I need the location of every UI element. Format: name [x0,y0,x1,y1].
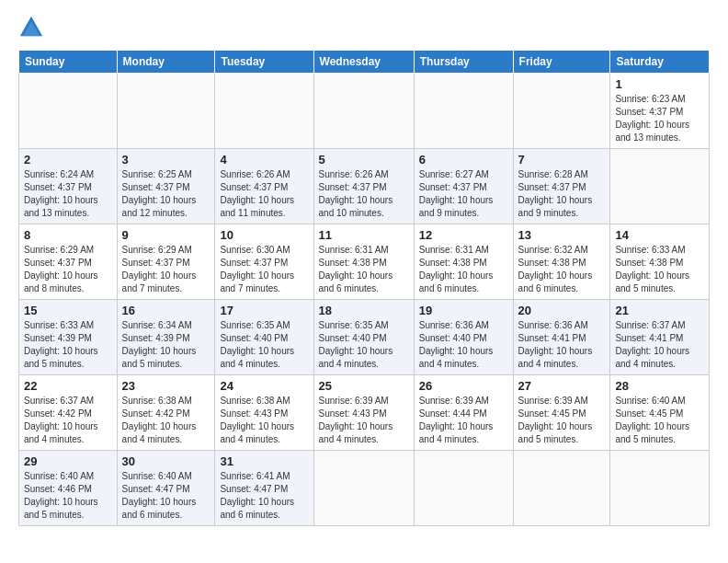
day-number: 6 [419,153,508,167]
calendar-cell [313,451,414,526]
calendar-cell [610,451,710,526]
day-number: 23 [122,379,210,393]
calendar-week-row: 29 Sunrise: 6:40 AMSunset: 4:46 PMDaylig… [19,451,710,526]
day-number: 18 [319,304,409,317]
day-number: 8 [24,228,112,242]
calendar-cell [513,451,610,526]
day-info: Sunrise: 6:33 AMSunset: 4:39 PMDaylight:… [24,320,98,369]
calendar-cell [513,74,610,149]
calendar-cell: 5 Sunrise: 6:26 AMSunset: 4:37 PMDayligh… [313,149,414,224]
calendar-cell: 31 Sunrise: 6:41 AMSunset: 4:47 PMDaylig… [215,451,313,526]
day-info: Sunrise: 6:39 AMSunset: 4:43 PMDaylight:… [319,396,393,444]
calendar-table: Sunday Monday Tuesday Wednesday Thursday… [18,50,710,526]
day-info: Sunrise: 6:29 AMSunset: 4:37 PMDaylight:… [122,245,197,293]
calendar-cell: 11 Sunrise: 6:31 AMSunset: 4:38 PMDaylig… [313,224,414,300]
day-info: Sunrise: 6:26 AMSunset: 4:37 PMDaylight:… [319,169,393,218]
calendar-cell: 24 Sunrise: 6:38 AMSunset: 4:43 PMDaylig… [215,375,313,451]
calendar-cell: 9 Sunrise: 6:29 AMSunset: 4:37 PMDayligh… [117,224,215,300]
day-info: Sunrise: 6:23 AMSunset: 4:37 PMDaylight:… [615,94,689,143]
day-info: Sunrise: 6:36 AMSunset: 4:41 PMDaylight:… [518,320,593,369]
day-info: Sunrise: 6:34 AMSunset: 4:39 PMDaylight:… [122,320,197,369]
day-number: 28 [615,379,704,393]
calendar-cell: 27 Sunrise: 6:39 AMSunset: 4:45 PMDaylig… [513,375,610,451]
calendar-cell [19,74,118,149]
day-info: Sunrise: 6:24 AMSunset: 4:37 PMDaylight:… [24,169,98,218]
day-number: 30 [122,454,210,468]
day-info: Sunrise: 6:28 AMSunset: 4:37 PMDaylight:… [518,169,593,218]
day-number: 9 [122,228,210,242]
day-info: Sunrise: 6:33 AMSunset: 4:38 PMDaylight:… [615,245,689,293]
day-number: 24 [220,379,308,393]
col-tuesday: Tuesday [215,51,313,74]
calendar-cell: 2 Sunrise: 6:24 AMSunset: 4:37 PMDayligh… [19,149,118,224]
calendar-cell [215,74,313,149]
calendar-cell: 17 Sunrise: 6:35 AMSunset: 4:40 PMDaylig… [215,300,313,375]
day-number: 7 [518,153,606,167]
day-number: 14 [615,228,704,242]
day-info: Sunrise: 6:38 AMSunset: 4:43 PMDaylight:… [220,396,294,444]
day-number: 10 [220,228,308,242]
calendar-cell: 18 Sunrise: 6:35 AMSunset: 4:40 PMDaylig… [313,300,414,375]
day-info: Sunrise: 6:40 AMSunset: 4:46 PMDaylight:… [24,471,98,520]
calendar-cell [117,74,215,149]
day-info: Sunrise: 6:41 AMSunset: 4:47 PMDaylight:… [220,471,294,520]
logo [18,15,48,40]
day-info: Sunrise: 6:30 AMSunset: 4:37 PMDaylight:… [220,245,294,293]
day-info: Sunrise: 6:36 AMSunset: 4:40 PMDaylight:… [419,320,494,369]
day-number: 12 [419,228,508,242]
calendar-week-row: 2 Sunrise: 6:24 AMSunset: 4:37 PMDayligh… [19,149,710,224]
calendar-cell: 29 Sunrise: 6:40 AMSunset: 4:46 PMDaylig… [19,451,118,526]
calendar-cell: 6 Sunrise: 6:27 AMSunset: 4:37 PMDayligh… [414,149,513,224]
calendar-cell: 4 Sunrise: 6:26 AMSunset: 4:37 PMDayligh… [215,149,313,224]
day-info: Sunrise: 6:31 AMSunset: 4:38 PMDaylight:… [419,245,494,293]
day-number: 27 [518,379,606,393]
day-info: Sunrise: 6:37 AMSunset: 4:41 PMDaylight:… [615,320,689,369]
day-info: Sunrise: 6:27 AMSunset: 4:37 PMDaylight:… [419,169,494,218]
day-number: 19 [419,304,508,317]
calendar-cell [414,74,513,149]
day-number: 15 [24,304,112,317]
day-info: Sunrise: 6:31 AMSunset: 4:38 PMDaylight:… [319,245,393,293]
calendar-cell: 30 Sunrise: 6:40 AMSunset: 4:47 PMDaylig… [117,451,215,526]
day-number: 21 [615,304,704,317]
calendar-cell: 22 Sunrise: 6:37 AMSunset: 4:42 PMDaylig… [19,375,118,451]
calendar-cell: 12 Sunrise: 6:31 AMSunset: 4:38 PMDaylig… [414,224,513,300]
day-number: 31 [220,454,308,468]
day-number: 29 [24,454,112,468]
page: Sunday Monday Tuesday Wednesday Thursday… [0,0,728,563]
calendar-week-row: 8 Sunrise: 6:29 AMSunset: 4:37 PMDayligh… [19,224,710,300]
day-number: 1 [615,77,704,91]
day-number: 20 [518,304,606,317]
day-number: 2 [24,153,112,167]
day-number: 17 [220,304,308,317]
col-wednesday: Wednesday [313,51,414,74]
calendar-cell [313,74,414,149]
col-friday: Friday [513,51,610,74]
day-number: 26 [419,379,508,393]
calendar-cell: 28 Sunrise: 6:40 AMSunset: 4:45 PMDaylig… [610,375,710,451]
day-info: Sunrise: 6:38 AMSunset: 4:42 PMDaylight:… [122,396,197,444]
calendar-cell: 16 Sunrise: 6:34 AMSunset: 4:39 PMDaylig… [117,300,215,375]
day-number: 11 [319,228,409,242]
calendar-cell: 13 Sunrise: 6:32 AMSunset: 4:38 PMDaylig… [513,224,610,300]
day-info: Sunrise: 6:26 AMSunset: 4:37 PMDaylight:… [220,169,294,218]
calendar-cell: 25 Sunrise: 6:39 AMSunset: 4:43 PMDaylig… [313,375,414,451]
day-number: 4 [220,153,308,167]
day-info: Sunrise: 6:37 AMSunset: 4:42 PMDaylight:… [24,396,98,444]
day-info: Sunrise: 6:40 AMSunset: 4:45 PMDaylight:… [615,396,689,444]
header [18,15,710,40]
calendar-week-row: 22 Sunrise: 6:37 AMSunset: 4:42 PMDaylig… [19,375,710,451]
calendar-cell: 10 Sunrise: 6:30 AMSunset: 4:37 PMDaylig… [215,224,313,300]
calendar-cell: 14 Sunrise: 6:33 AMSunset: 4:38 PMDaylig… [610,224,710,300]
calendar-cell: 1 Sunrise: 6:23 AMSunset: 4:37 PMDayligh… [610,74,710,149]
calendar-cell: 3 Sunrise: 6:25 AMSunset: 4:37 PMDayligh… [117,149,215,224]
day-info: Sunrise: 6:35 AMSunset: 4:40 PMDaylight:… [220,320,294,369]
calendar-cell [414,451,513,526]
calendar-cell: 7 Sunrise: 6:28 AMSunset: 4:37 PMDayligh… [513,149,610,224]
calendar-cell: 26 Sunrise: 6:39 AMSunset: 4:44 PMDaylig… [414,375,513,451]
calendar-week-row: 15 Sunrise: 6:33 AMSunset: 4:39 PMDaylig… [19,300,710,375]
day-info: Sunrise: 6:25 AMSunset: 4:37 PMDaylight:… [122,169,197,218]
calendar-cell: 19 Sunrise: 6:36 AMSunset: 4:40 PMDaylig… [414,300,513,375]
day-info: Sunrise: 6:35 AMSunset: 4:40 PMDaylight:… [319,320,393,369]
day-info: Sunrise: 6:39 AMSunset: 4:45 PMDaylight:… [518,396,593,444]
